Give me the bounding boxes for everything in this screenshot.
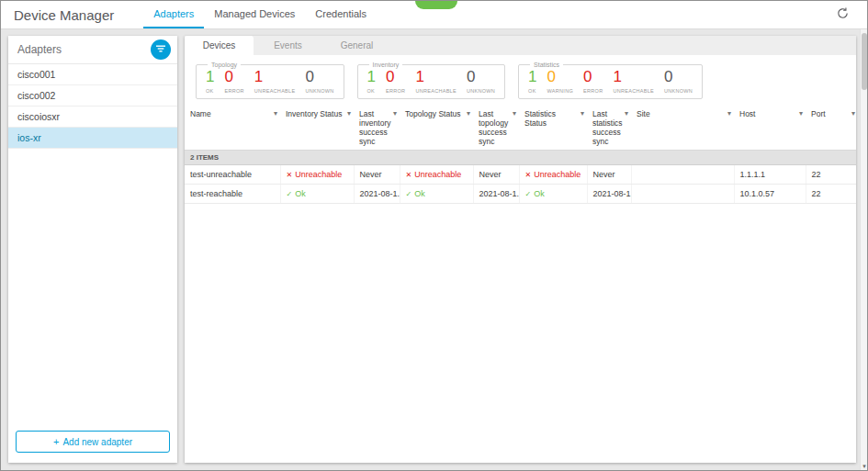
- caret-down-icon[interactable]: ▾: [851, 109, 855, 118]
- cell-host: 10.1.0.57: [734, 184, 806, 203]
- stat-topology-unreachable: 1 UNREACHABLE: [254, 69, 296, 94]
- refresh-icon: [837, 6, 849, 23]
- cell-site: [631, 164, 734, 184]
- adapters-sidebar: Adapters cisco001 cisco002 ciscoiosxr io…: [8, 36, 177, 463]
- tab-credentials[interactable]: Credentials: [305, 1, 377, 28]
- cell-last-inventory-sync: 2021-08-1...: [354, 184, 400, 203]
- sidebar-item-cisco002[interactable]: cisco002: [8, 85, 177, 107]
- scrollbar-thumb[interactable]: [862, 33, 867, 90]
- sidebar-item-ios-xr[interactable]: ios-xr: [8, 128, 177, 149]
- header-tabs: Adapters Managed Devices Credentials: [143, 1, 377, 28]
- refresh-button[interactable]: [837, 6, 849, 23]
- sidebar-title: Adapters: [17, 43, 62, 56]
- page-scrollbar[interactable]: ▾: [860, 29, 867, 470]
- table-row[interactable]: test-reachable ✓Ok 2021-08-1... ✓Ok 2021…: [185, 184, 856, 203]
- tab-managed-devices[interactable]: Managed Devices: [204, 1, 305, 28]
- column-header-last-statistics-sync[interactable]: Last statistics success sync▾: [587, 105, 631, 151]
- add-adapter-button[interactable]: +Add new adapter: [16, 431, 170, 453]
- caret-down-icon[interactable]: ▾: [467, 109, 470, 118]
- cell-last-statistics-sync: Never: [587, 164, 631, 184]
- cell-last-topology-sync: 2021-08-1...: [473, 184, 519, 203]
- column-header-statistics-status[interactable]: Statistics Status▾: [519, 105, 587, 151]
- cell-name: test-reachable: [185, 184, 280, 203]
- cell-name: test-unreachable: [185, 164, 280, 184]
- cross-icon: ✕: [406, 171, 412, 179]
- filter-button[interactable]: [151, 39, 171, 60]
- devices-table: Name▾ Inventory Status▾ Last inventory s…: [185, 105, 856, 204]
- scrollbar-down-arrow-icon[interactable]: ▾: [861, 463, 868, 470]
- stat-topology-ok: 1 OK: [206, 69, 214, 94]
- sidebar-header: Adapters: [8, 36, 177, 64]
- caret-down-icon[interactable]: ▾: [625, 109, 628, 118]
- column-header-host[interactable]: Host▾: [734, 105, 806, 151]
- stat-statistics-ok: 1 OK: [528, 69, 536, 94]
- cell-last-statistics-sync: 2021-08-1...: [587, 184, 631, 203]
- plus-icon: +: [53, 436, 59, 447]
- stat-inventory-unknown: 0 UNKNOWN: [467, 69, 495, 94]
- check-icon: ✓: [525, 190, 532, 198]
- add-adapter-label: Add new adapter: [62, 437, 132, 447]
- caret-down-icon[interactable]: ▾: [274, 109, 277, 118]
- column-header-topology-status[interactable]: Topology Status▾: [400, 105, 473, 151]
- cell-last-topology-sync: Never: [473, 164, 519, 184]
- cross-icon: ✕: [287, 171, 293, 179]
- stat-topology-error: 0 ERROR: [224, 69, 243, 94]
- success-toast: [415, 1, 457, 9]
- stat-statistics-unreachable: 1 UNREACHABLE: [613, 69, 654, 94]
- sidebar-item-ciscoiosxr[interactable]: ciscoiosxr: [8, 107, 177, 128]
- caret-down-icon[interactable]: ▾: [581, 109, 584, 118]
- tab-adapters[interactable]: Adapters: [143, 1, 204, 28]
- caret-down-icon[interactable]: ▾: [799, 109, 803, 118]
- cell-port: 22: [806, 164, 856, 184]
- device-manager-page: Device Manager Adapters Managed Devices …: [0, 0, 868, 471]
- cross-icon: ✕: [525, 171, 532, 179]
- sidebar-item-cisco001[interactable]: cisco001: [8, 64, 177, 85]
- check-icon: ✓: [406, 190, 412, 198]
- status-summary-row: Topology 1 OK 0 ERROR 1 UNREACHABLE: [185, 55, 856, 105]
- caret-down-icon[interactable]: ▾: [393, 109, 397, 118]
- stat-inventory-ok: 1 OK: [367, 69, 376, 94]
- stat-card-title: Statistics: [530, 62, 563, 68]
- check-icon: ✓: [287, 190, 293, 198]
- stat-card-statistics: Statistics 1 OK 0 WARNING 0 ERROR: [518, 62, 703, 99]
- stat-inventory-unreachable: 1 UNREACHABLE: [415, 69, 457, 94]
- cell-inventory-status: ✓Ok: [280, 184, 354, 203]
- stat-card-inventory: Inventory 1 OK 0 ERROR 1 UNREACHABLE: [357, 62, 506, 99]
- cell-site: [631, 184, 734, 203]
- page-title: Device Manager: [14, 7, 114, 23]
- caret-down-icon[interactable]: ▾: [727, 109, 731, 118]
- cell-topology-status: ✕Unreachable: [400, 164, 473, 184]
- stat-statistics-warning: 0 WARNING: [547, 69, 573, 94]
- cell-inventory-status: ✕Unreachable: [280, 164, 354, 184]
- stat-statistics-error: 0 ERROR: [583, 69, 603, 94]
- items-count-row: 2 ITEMS: [185, 150, 856, 164]
- cell-topology-status: ✓Ok: [400, 184, 473, 203]
- detail-tabs: Devices Events General: [185, 36, 856, 55]
- stat-card-title: Inventory: [369, 62, 403, 68]
- stat-statistics-unknown: 0 UNKNOWN: [664, 69, 693, 94]
- tab-general[interactable]: General: [322, 36, 391, 55]
- column-header-last-topology-sync[interactable]: Last topology success sync▾: [473, 105, 519, 151]
- cell-host: 1.1.1.1: [734, 164, 806, 184]
- stat-topology-unknown: 0 UNKNOWN: [305, 69, 333, 94]
- cell-statistics-status: ✕Unreachable: [519, 164, 587, 184]
- column-header-port[interactable]: Port▾: [806, 105, 856, 151]
- column-header-last-inventory-sync[interactable]: Last inventory success sync▾: [354, 105, 400, 151]
- stat-inventory-error: 0 ERROR: [386, 69, 405, 94]
- table-row[interactable]: test-unreachable ✕Unreachable Never ✕Unr…: [185, 164, 856, 184]
- tab-devices[interactable]: Devices: [185, 36, 254, 55]
- column-header-inventory-status[interactable]: Inventory Status▾: [280, 105, 354, 151]
- caret-down-icon[interactable]: ▾: [347, 109, 351, 118]
- filter-icon: [155, 43, 166, 56]
- cell-last-inventory-sync: Never: [354, 164, 400, 184]
- stat-card-title: Topology: [208, 62, 241, 68]
- items-count-label: 2 ITEMS: [185, 150, 856, 164]
- caret-down-icon[interactable]: ▾: [513, 109, 516, 118]
- tab-events[interactable]: Events: [254, 36, 322, 55]
- stat-card-topology: Topology 1 OK 0 ERROR 1 UNREACHABLE: [196, 62, 344, 99]
- cell-port: 22: [806, 184, 856, 203]
- column-header-site[interactable]: Site▾: [631, 105, 734, 151]
- devices-table-container: Name▾ Inventory Status▾ Last inventory s…: [185, 105, 856, 463]
- column-header-name[interactable]: Name▾: [185, 105, 280, 151]
- adapter-detail-panel: Devices Events General Topology 1 OK 0 E…: [185, 36, 856, 463]
